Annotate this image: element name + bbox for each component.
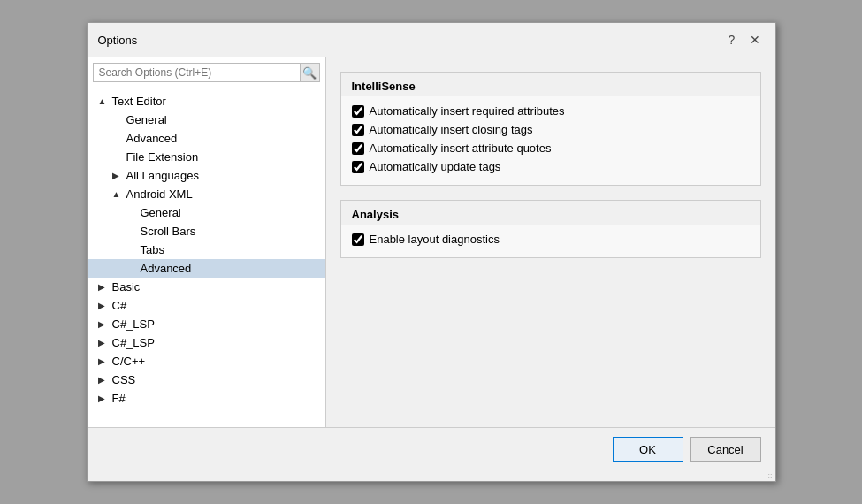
help-button[interactable]: ? (722, 30, 742, 50)
checkbox-label-auto-insert-closing: Automatically insert closing tags (370, 123, 533, 136)
tree: ▲Text EditorGeneralAdvancedFile Extensio… (88, 88, 325, 427)
analysis-header: Analysis (341, 201, 760, 225)
tree-label-csharp: C# (112, 299, 127, 312)
expand-icon-csharp-lsp1: ▶ (98, 319, 109, 329)
tree-item-basic[interactable]: ▶Basic (88, 278, 325, 296)
tree-item-general[interactable]: General (88, 111, 325, 129)
expand-icon-all-languages: ▶ (112, 171, 123, 180)
search-box: 🔍 (88, 57, 325, 88)
intellisense-header: IntelliSense (341, 73, 760, 96)
tree-label-csharp-lsp1: C#_LSP (112, 317, 155, 331)
right-panel: IntelliSense Automatically insert requir… (326, 57, 775, 427)
tree-label-tabs: Tabs (141, 243, 164, 256)
tree-label-android-xml: Android XML (126, 187, 193, 201)
options-dialog: Options ? ✕ 🔍 ▲Text EditorGeneralAdvance… (87, 22, 776, 482)
tree-item-scroll-bars[interactable]: Scroll Bars (88, 222, 325, 241)
checkbox-label-auto-update-tags: Automatically update tags (370, 160, 501, 173)
intellisense-section: IntelliSense Automatically insert requir… (340, 72, 761, 186)
expand-icon-csharp-lsp2: ▶ (98, 338, 109, 347)
tree-item-advanced[interactable]: Advanced (88, 259, 325, 278)
analysis-body: Enable layout diagnostics (341, 225, 760, 257)
checkbox-auto-insert-closing[interactable] (352, 124, 364, 136)
expand-icon-css: ▶ (98, 375, 109, 385)
intellisense-row-auto-insert-closing: Automatically insert closing tags (352, 120, 750, 139)
resize-handle: :: (88, 470, 775, 481)
tree-label-general: General (126, 113, 167, 126)
expand-icon-android-xml: ▲ (112, 189, 123, 199)
tree-label-scroll-bars: Scroll Bars (141, 225, 196, 238)
ok-button[interactable]: OK (613, 437, 683, 462)
checkbox-auto-insert-required[interactable] (352, 105, 364, 118)
tree-item-advanced-te[interactable]: Advanced (88, 129, 325, 148)
dialog-footer: OK Cancel (88, 427, 775, 470)
tree-label-advanced: Advanced (141, 262, 192, 275)
expand-icon-basic: ▶ (98, 282, 109, 292)
tree-item-css[interactable]: ▶CSS (88, 370, 325, 389)
tree-item-csharp[interactable]: ▶C# (88, 296, 325, 315)
expand-icon-fsharp: ▶ (98, 393, 109, 403)
checkbox-label-auto-insert-required: Automatically insert required attributes (370, 104, 565, 118)
left-panel: 🔍 ▲Text EditorGeneralAdvancedFile Extens… (88, 57, 326, 427)
intellisense-row-auto-insert-quotes: Automatically insert attribute quotes (352, 139, 750, 157)
expand-icon-csharp: ▶ (98, 301, 109, 310)
checkbox-label-enable-layout-diagnostics: Enable layout diagnostics (370, 233, 500, 246)
tree-item-android-xml[interactable]: ▲Android XML (88, 185, 325, 203)
checkbox-label-auto-insert-quotes: Automatically insert attribute quotes (370, 141, 552, 155)
tree-label-cpp: C/C++ (112, 355, 146, 368)
tree-item-fsharp[interactable]: ▶F# (88, 389, 325, 408)
tree-label-all-languages: All Languages (126, 169, 199, 182)
tree-item-csharp-lsp2[interactable]: ▶C#_LSP (88, 333, 325, 352)
checkbox-enable-layout-diagnostics[interactable] (352, 233, 364, 246)
checkbox-auto-update-tags[interactable] (352, 161, 364, 173)
tree-label-basic: Basic (112, 280, 141, 294)
tree-item-csharp-lsp1[interactable]: ▶C#_LSP (88, 315, 325, 333)
tree-label-fsharp: F# (112, 392, 126, 405)
tree-label-text-editor: Text Editor (112, 95, 166, 108)
intellisense-row-auto-insert-required: Automatically insert required attributes (352, 102, 750, 120)
dialog-title: Options (98, 34, 138, 47)
tree-label-csharp-lsp2: C#_LSP (112, 336, 155, 349)
tree-item-file-extension[interactable]: File Extension (88, 148, 325, 166)
checkbox-auto-insert-quotes[interactable] (352, 142, 364, 155)
analysis-section: Analysis Enable layout diagnostics (340, 200, 761, 258)
intellisense-body: Automatically insert required attributes… (341, 96, 760, 185)
analysis-row-enable-layout-diagnostics: Enable layout diagnostics (352, 230, 750, 248)
title-bar-actions: ? ✕ (722, 30, 765, 50)
expand-icon-cpp: ▶ (98, 356, 109, 366)
expand-icon-text-editor: ▲ (98, 96, 109, 106)
search-input[interactable] (93, 63, 301, 82)
cancel-button[interactable]: Cancel (690, 437, 761, 462)
intellisense-row-auto-update-tags: Automatically update tags (352, 157, 750, 176)
tree-label-file-extension: File Extension (126, 150, 199, 164)
tree-item-text-editor[interactable]: ▲Text Editor (88, 92, 325, 111)
close-button[interactable]: ✕ (745, 30, 765, 50)
tree-item-all-languages[interactable]: ▶All Languages (88, 166, 325, 185)
tree-label-general-ax: General (141, 206, 181, 219)
dialog-body: 🔍 ▲Text EditorGeneralAdvancedFile Extens… (88, 57, 775, 427)
tree-item-general-ax[interactable]: General (88, 203, 325, 222)
tree-label-css: CSS (112, 373, 136, 386)
tree-item-tabs[interactable]: Tabs (88, 241, 325, 259)
tree-label-advanced-te: Advanced (126, 132, 178, 145)
title-bar: Options ? ✕ (88, 23, 775, 57)
tree-item-cpp[interactable]: ▶C/C++ (88, 352, 325, 370)
search-icon[interactable]: 🔍 (301, 63, 320, 82)
